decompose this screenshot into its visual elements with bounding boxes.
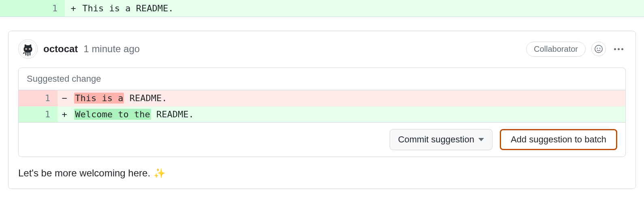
review-comment: octocat 1 minute ago Collaborator Sugges… [8, 31, 636, 189]
comment-text: Let's be more welcoming here. [18, 167, 150, 179]
suggestion-actions: Commit suggestion Add suggestion to batc… [19, 122, 625, 157]
diff-sign: − [60, 90, 69, 106]
button-label: Add suggestion to batch [511, 134, 606, 145]
role-badge: Collaborator [526, 42, 586, 57]
diff-content: + Welcome to the README. [58, 106, 625, 123]
svg-point-2 [26, 49, 27, 49]
smiley-icon [594, 45, 603, 53]
line-number: 1 [19, 90, 58, 106]
diff-sign: + [70, 2, 77, 15]
svg-point-5 [595, 45, 602, 53]
deleted-text-rest: README. [124, 93, 167, 103]
context-diff-line: 1 + This is a README. [0, 0, 644, 17]
diff-code: + This is a README. [65, 0, 644, 17]
svg-point-4 [29, 49, 30, 49]
svg-point-6 [597, 48, 598, 49]
more-actions-button[interactable] [612, 48, 626, 50]
comment-timestamp[interactable]: 1 minute ago [83, 43, 140, 55]
suggested-change-title: Suggested change [19, 68, 625, 90]
comment-header: octocat 1 minute ago Collaborator [18, 39, 626, 59]
avatar[interactable] [18, 39, 38, 59]
added-text-highlight: Welcome to the [74, 109, 151, 120]
add-suggestion-to-batch-button[interactable]: Add suggestion to batch [500, 129, 617, 150]
diff-addition-row: 1 + Welcome to the README. [19, 106, 625, 123]
added-text-rest: README. [151, 109, 194, 119]
caret-down-icon [478, 138, 484, 141]
comment-author[interactable]: octocat [43, 43, 78, 55]
diff-content: − This is a README. [58, 90, 625, 106]
line-number: 1 [19, 106, 58, 123]
comment-body: Let's be more welcoming here. ✨ [18, 167, 626, 179]
suggested-change-box: Suggested change 1 − This is a README. 1… [18, 68, 626, 157]
diff-deletion-row: 1 − This is a README. [19, 90, 625, 106]
diff-text: This is a README. [82, 3, 173, 13]
diff-sign: + [60, 106, 69, 123]
add-reaction-button[interactable] [591, 42, 606, 56]
deleted-text-highlight: This is a [74, 93, 124, 104]
commit-suggestion-button[interactable]: Commit suggestion [390, 129, 493, 150]
svg-point-7 [599, 48, 601, 49]
octocat-icon [20, 41, 36, 57]
button-label: Commit suggestion [398, 134, 474, 145]
sparkle-icon: ✨ [154, 167, 166, 179]
line-number: 1 [0, 0, 65, 17]
